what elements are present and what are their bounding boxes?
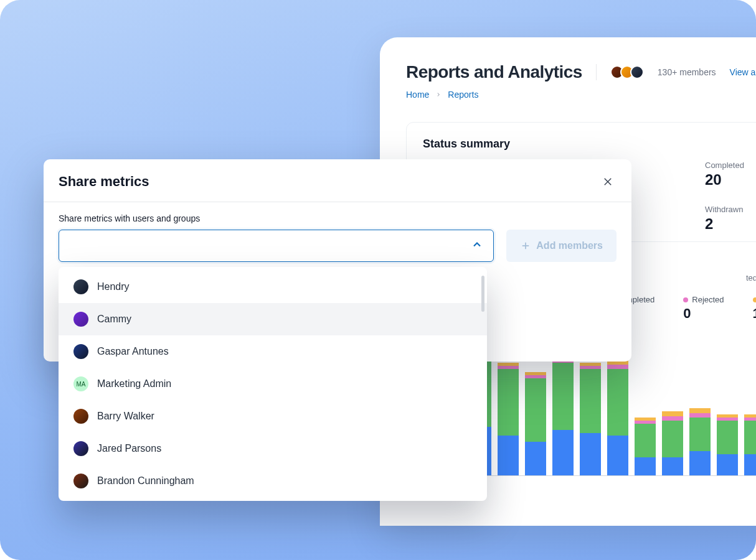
bar-segment-submitted	[689, 451, 711, 475]
dot-icon	[683, 297, 688, 302]
bar-segment-submitted	[635, 457, 656, 475]
bar-segment-completed	[717, 421, 738, 454]
dropdown-option[interactable]: Hendry	[59, 271, 487, 303]
bar-segment-completed	[607, 369, 628, 436]
divider	[596, 64, 597, 80]
stat-value: 2	[705, 215, 756, 233]
legend-withdrawn: Withdrawn 1	[753, 295, 756, 322]
avatar	[73, 441, 88, 456]
modal-body: Share metrics with users and groups Add …	[44, 202, 631, 362]
bar-segment-rejected	[607, 365, 628, 369]
chevron-up-icon	[471, 238, 483, 253]
reports-header: Reports and Analytics 130+ members View …	[406, 62, 756, 82]
share-metrics-modal: Share metrics Share metrics with users a…	[44, 159, 631, 362]
avatar	[73, 474, 88, 488]
view-all-link[interactable]: View all	[730, 67, 756, 77]
avatar	[73, 409, 88, 424]
bar-segment-rejected	[689, 413, 711, 418]
bar-segment-completed	[552, 363, 574, 430]
avatar	[73, 312, 88, 327]
stat-withdrawn: Withdrawn 2	[705, 205, 756, 233]
add-members-label: Add members	[536, 240, 603, 251]
dropdown-option[interactable]: Barry Walker	[59, 400, 487, 432]
stat-completed: Completed 20	[705, 161, 756, 189]
status-summary-heading: Status summary	[423, 138, 756, 151]
bar-segment-submitted	[498, 436, 519, 475]
legend-value: 0	[683, 306, 724, 322]
breadcrumb-home[interactable]: Home	[406, 90, 429, 100]
field-label: Share metrics with users and groups	[59, 213, 617, 223]
close-icon	[602, 176, 613, 187]
dropdown-option-label: Brandon Cunningham	[97, 475, 194, 487]
bar-segment-submitted	[525, 442, 546, 475]
bar-segment-submitted	[744, 454, 756, 475]
dropdown-option-label: Cammy	[97, 314, 131, 325]
dropdown-option-label: Barry Walker	[97, 411, 154, 422]
chart-bar	[717, 414, 738, 475]
chevron-right-icon	[435, 90, 442, 100]
chart-bar	[580, 363, 601, 475]
dropdown-option[interactable]: Cammy	[59, 303, 487, 335]
avatar	[73, 344, 88, 359]
avatar	[73, 279, 88, 294]
dropdown-option-label: Hendry	[97, 281, 130, 292]
dropdown-option[interactable]: Brandon Cunningham	[59, 465, 487, 497]
plus-icon	[520, 240, 531, 251]
stage: Reports and Analytics 130+ members View …	[0, 0, 756, 560]
bar-segment-completed	[498, 369, 519, 436]
member-avatars[interactable]	[610, 65, 644, 79]
bar-segment-withdrawn	[689, 408, 711, 413]
chart-bar	[552, 357, 574, 475]
stat-label: Completed	[705, 161, 756, 170]
chart-bar	[744, 414, 756, 475]
legend-value: 1	[753, 306, 756, 322]
stat-label: Withdrawn	[705, 205, 756, 214]
legend-label: Rejected	[692, 295, 724, 304]
members-count: 130+ members	[658, 67, 716, 77]
chart-bar	[662, 411, 683, 475]
avatar	[630, 65, 644, 79]
chart-bar	[635, 418, 656, 475]
share-target-combobox[interactable]	[59, 230, 494, 262]
chart-bar	[525, 372, 546, 475]
bar-segment-submitted	[580, 433, 601, 475]
bar-segment-completed	[662, 421, 683, 457]
legend-rejected: Rejected 0	[683, 295, 724, 322]
bar-segment-completed	[689, 418, 711, 451]
stat-value: 20	[705, 171, 756, 189]
bar-segment-submitted	[662, 457, 683, 475]
bar-segment-completed	[525, 378, 546, 442]
dropdown-option-label: Gaspar Antunes	[97, 346, 169, 357]
modal-header: Share metrics	[44, 159, 631, 202]
bar-segment-completed	[744, 421, 756, 454]
breadcrumb-reports[interactable]: Reports	[448, 90, 478, 100]
avatar: MA	[73, 376, 88, 391]
dropdown-option-label: Jared Parsons	[97, 443, 161, 454]
chart-bar	[607, 360, 628, 475]
dropdown-option-label: Marketing Admin	[97, 378, 171, 390]
dropdown-option[interactable]: Gaspar Antunes	[59, 335, 487, 368]
user-dropdown[interactable]: HendryCammyGaspar AntunesMAMarketing Adm…	[59, 267, 487, 501]
modal-title: Share metrics	[59, 174, 149, 190]
bar-segment-completed	[635, 424, 656, 457]
bar-segment-rejected	[662, 416, 683, 421]
bar-segment-completed	[580, 369, 601, 433]
bar-segment-submitted	[607, 436, 628, 475]
dropdown-option[interactable]: Jared Parsons	[59, 432, 487, 465]
bar-segment-withdrawn	[662, 411, 683, 416]
bar-segment-submitted	[717, 454, 738, 475]
bar-segment-submitted	[552, 430, 574, 475]
chart-bar	[689, 408, 711, 475]
dot-icon	[753, 297, 756, 302]
page-title: Reports and Analytics	[406, 62, 582, 82]
breadcrumb: Home Reports	[406, 90, 756, 100]
add-members-button[interactable]: Add members	[506, 230, 617, 262]
chart-bar	[498, 363, 519, 475]
dropdown-option[interactable]: MAMarketing Admin	[59, 368, 487, 400]
close-button[interactable]	[599, 173, 617, 190]
